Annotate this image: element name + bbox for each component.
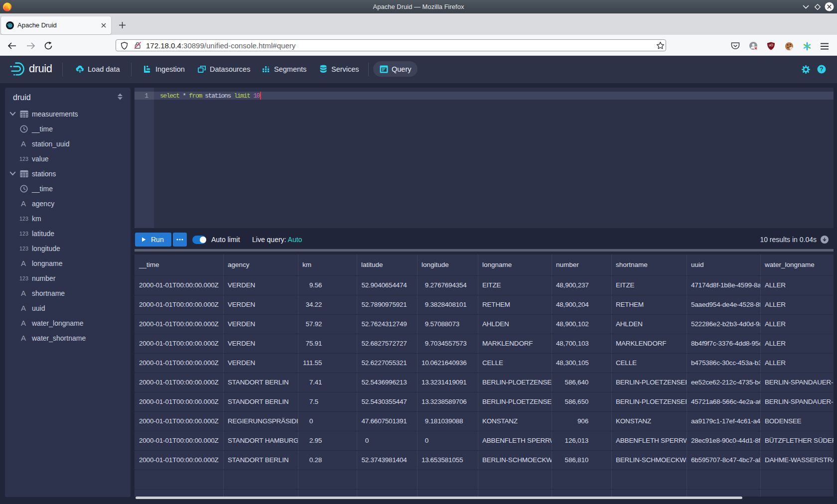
svg-text:?: ? <box>820 66 823 73</box>
svg-text:uO: uO <box>769 43 773 47</box>
